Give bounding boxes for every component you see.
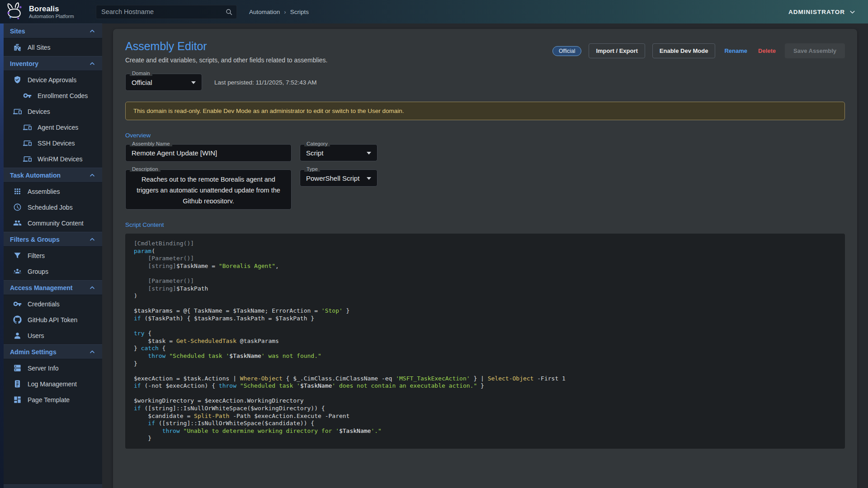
clock-icon [13,203,22,211]
save-assembly-button[interactable]: Save Assembly [785,43,845,58]
sidebar-item-users[interactable]: Users [4,328,102,343]
sidebar-item-enrollment-codes[interactable]: Enrollment Codes [4,88,102,103]
sidebar-item-label: Log Management [28,380,77,388]
sidebar-item-winrm-devices[interactable]: WinRM Devices [4,151,102,167]
devices-icon [13,107,22,116]
sidebar-item-log-management[interactable]: Log Management [4,376,102,392]
code-line: [string]$TaskPath [134,285,208,292]
description-field[interactable]: Description Reaches out to the remote Bo… [125,169,292,210]
sidebar-item-label: Devices [28,108,50,115]
sidebar-item-label: Filters [28,252,45,259]
sidebar-section-filters-groups[interactable]: Filters & Groups [4,232,102,247]
type-label: Type [304,166,320,172]
code-line: [CmdletBinding()] [134,240,194,247]
sidebar-item-assemblies[interactable]: Assemblies [4,183,102,199]
search-input[interactable] [96,5,237,19]
log-icon [13,380,22,388]
assembly-name-label: Assembly Name [130,141,172,146]
sidebar-item-all-sites[interactable]: All Sites [4,39,102,55]
domain-select[interactable]: Domain Official [125,74,202,91]
chevron-up-icon [89,284,96,291]
search-icon[interactable] [225,8,233,16]
import-export-button[interactable]: Import / Export [589,43,645,58]
description-label: Description [130,166,160,172]
sidebar-item-agent-devices[interactable]: Agent Devices [4,119,102,135]
code-line: [Parameter()] [134,255,194,262]
search-box [96,5,237,19]
sidebar-item-community-content[interactable]: Community Content [4,215,102,231]
sidebar-item-groups[interactable]: Groups [4,263,102,279]
category-select[interactable]: Category Script [300,144,377,161]
sidebar-item-label: Groups [28,268,48,275]
code-line: $taskParams = @{ TaskName = $TaskName; E… [134,307,349,314]
sidebar-section-label: Inventory [10,60,38,67]
assembly-editor-panel: Assembly Editor Create and edit variable… [113,29,857,488]
code-line: $execAction = $task.Actions | Where-Obje… [134,375,566,382]
chevron-up-icon [89,60,96,67]
page-subtitle: Create and edit variables, scripts, and … [125,56,327,64]
editor-actions: Official Import / Export Enable Dev Mode… [552,40,845,58]
sidebar-section-label: Access Management [10,284,73,291]
chevron-up-icon [89,172,96,179]
code-line: throw "Scheduled task '$TaskName' was no… [134,352,321,359]
sidebar-cutoff-section [4,484,102,488]
sidebar-item-server-info[interactable]: Server Info [4,360,102,376]
user-menu-label: ADMINISTRATOR [788,9,845,15]
sidebar-item-label: WinRM Devices [38,155,83,163]
sidebar-item-filters[interactable]: Filters [4,248,102,263]
code-line: if ($TaskPath) { $taskParams.TaskPath = … [134,315,314,322]
code-line: $task = Get-ScheduledTask @taskParams [134,338,279,344]
sidebar-section-admin-settings[interactable]: Admin Settings [4,344,102,359]
brand[interactable]: Borealis Automation Platform [5,2,96,22]
sidebar-item-label: All Sites [28,44,51,51]
type-value: PowerShell Script [306,174,362,182]
overview-section-label: Overview [125,132,845,139]
breadcrumb-item-scripts[interactable]: Scripts [290,9,309,15]
delete-button[interactable]: Delete [756,45,778,57]
description-input[interactable]: Reaches out to the remote Borealis agent… [132,174,285,203]
code-line: } [134,435,151,441]
grid-icon [13,187,22,196]
type-select[interactable]: Type PowerShell Script [300,169,377,187]
breadcrumb: Automation › Scripts [249,9,309,15]
script-editor[interactable]: [CmdletBinding()] param( [Parameter()] [… [125,234,845,449]
sidebar-item-devices[interactable]: Devices [4,103,102,119]
sidebar-item-github-api-token[interactable]: GitHub API Token [4,312,102,328]
chevron-up-icon [89,28,96,35]
sidebar-section-sites[interactable]: Sites [4,23,102,38]
code-line: [string]$TaskName = "Borealis Agent", [134,263,279,269]
template-icon [13,395,22,404]
devices-icon [23,139,32,147]
breadcrumb-item-automation[interactable]: Automation [249,9,280,15]
sidebar-item-label: Credentials [28,300,60,308]
code-line: try { [134,330,151,337]
category-value: Script [306,149,362,157]
sidebar-item-label: Users [28,332,44,339]
github-icon [13,315,22,324]
sidebar-item-scheduled-jobs[interactable]: Scheduled Jobs [4,199,102,215]
page-title: Assembly Editor [125,40,327,53]
code-line: if ([string]::IsNullOrWhiteSpace($candid… [134,420,314,427]
sidebar-item-label: Community Content [28,220,84,227]
sidebar-section-access-management[interactable]: Access Management [4,280,102,295]
readonly-warning-banner: This domain is read-only. Enable Dev Mod… [125,102,845,120]
enable-dev-mode-button[interactable]: Enable Dev Mode [652,43,716,58]
code-line: $candidate = Split-Path -Path $execActio… [134,413,349,419]
sidebar-section-inventory[interactable]: Inventory [4,56,102,71]
sidebar-item-page-template[interactable]: Page Template [4,392,102,408]
script-content-section-label: Script Content [125,221,845,228]
user-menu[interactable]: ADMINISTRATOR [788,8,856,16]
assembly-name-input[interactable] [132,149,285,157]
sidebar-item-credentials[interactable]: Credentials [4,296,102,312]
building-icon [13,43,22,52]
sidebar-section-task-automation[interactable]: Task Automation [4,168,102,183]
code-line: param( [134,248,155,254]
sidebar-item-label: Enrollment Codes [38,92,88,99]
sidebar-item-device-approvals[interactable]: Device Approvals [4,72,102,88]
breadcrumb-separator: › [284,9,286,15]
sidebar-section-label: Admin Settings [10,348,57,356]
rename-button[interactable]: Rename [722,45,749,57]
sidebar-item-ssh-devices[interactable]: SSH Devices [4,135,102,151]
domain-label: Domain [130,70,152,76]
assembly-name-field[interactable]: Assembly Name [125,144,292,162]
